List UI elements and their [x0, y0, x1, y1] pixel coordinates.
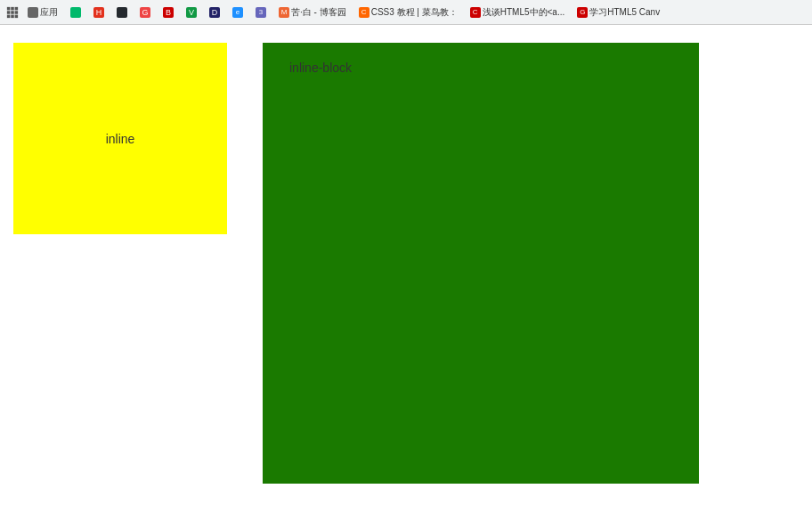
browser-toolbar: 应用 H G B V D e 3 M 苦·白 - 博客园 C CSS3 教程 |…	[0, 0, 812, 25]
svg-rect-2	[15, 6, 19, 10]
svg-rect-4	[11, 11, 14, 14]
tab-b[interactable]: B	[158, 5, 178, 20]
tab-apps-favicon	[28, 7, 38, 18]
tab-html5-shallow[interactable]: C 浅谈HTML5中的<a...	[466, 4, 570, 20]
svg-rect-7	[11, 14, 14, 18]
inline-label: inline	[106, 132, 135, 146]
tab-yinxiang-favicon	[70, 7, 81, 18]
tab-html5-shallow-favicon: C	[470, 7, 481, 18]
tab-html5-canv[interactable]: G 学习HTML5 Canv	[572, 4, 664, 20]
tab-360-favicon: 3	[256, 7, 266, 18]
svg-rect-5	[15, 11, 19, 14]
tab-v[interactable]: V	[182, 5, 201, 20]
svg-rect-1	[11, 6, 14, 10]
tab-360[interactable]: 3	[251, 5, 271, 20]
svg-rect-0	[7, 6, 11, 10]
inline-box: inline	[13, 43, 227, 234]
apps-grid-icon[interactable]	[5, 5, 20, 20]
tab-da-favicon: D	[209, 7, 220, 18]
tab-apps[interactable]: 应用	[23, 4, 62, 20]
svg-rect-6	[7, 14, 11, 18]
tab-mark-favicon: M	[279, 7, 289, 18]
tab-ie[interactable]: e	[228, 5, 248, 20]
tab-ie-favicon: e	[232, 7, 243, 18]
page-content: inline inline-block	[0, 25, 812, 501]
tab-html5-canv-favicon: G	[577, 7, 588, 18]
tab-g-favicon: G	[140, 7, 150, 18]
tab-css3-favicon: C	[359, 7, 369, 18]
tab-h[interactable]: H	[89, 5, 109, 20]
tab-css3[interactable]: C CSS3 教程 | 菜鸟教：	[354, 4, 462, 20]
inline-block-box: inline-block	[263, 43, 699, 484]
svg-rect-8	[15, 14, 19, 18]
tab-da[interactable]: D	[205, 5, 224, 20]
tab-github[interactable]	[112, 5, 132, 20]
tab-yinxiang[interactable]	[66, 5, 85, 20]
tab-v-favicon: V	[186, 7, 197, 18]
tab-b-favicon: B	[163, 7, 174, 18]
tab-mark[interactable]: M 苦·白 - 博客园	[274, 4, 351, 20]
tab-g[interactable]: G	[135, 5, 155, 20]
tab-github-favicon	[117, 7, 127, 18]
svg-rect-3	[7, 11, 11, 14]
inline-block-label: inline-block	[289, 61, 352, 75]
tab-h-favicon: H	[93, 7, 104, 18]
